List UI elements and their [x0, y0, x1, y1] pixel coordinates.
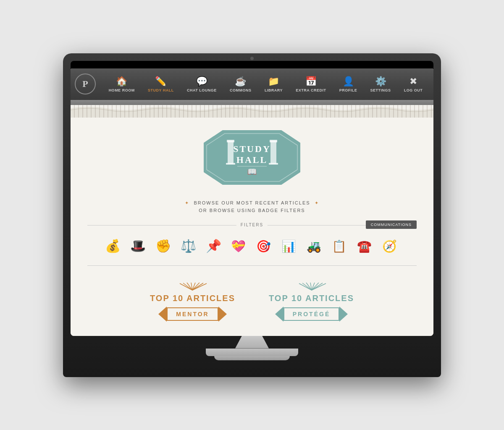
filter-icon-compass[interactable]: 🧭 — [381, 236, 400, 255]
mentor-role-banner: MENTOR — [150, 307, 235, 322]
nav-label-home-room: HOME ROOM — [109, 88, 135, 92]
filter-icon-style[interactable]: 🎩 — [129, 236, 148, 255]
nav-label-log-out: LOG OUT — [404, 88, 423, 92]
svg-rect-8 — [226, 163, 235, 165]
filters-section: FILTERS COMMUNICATIONS 💰 🎩 ✊ — [87, 225, 417, 266]
nav-item-chat-lounge[interactable]: 💬 CHAT LOUNGE — [184, 74, 220, 94]
svg-line-26 — [180, 283, 192, 290]
monitor-outer: P 🏠 HOME ROOM ✏️ STUDY HALL 💬 — [63, 53, 441, 377]
nav-item-log-out[interactable]: ✖ LOG OUT — [401, 74, 426, 94]
svg-text:📊: 📊 — [281, 239, 296, 253]
filter-icon-chart[interactable]: 📊 — [281, 236, 299, 255]
filter-icon-power[interactable]: ✊ — [155, 236, 173, 255]
mentor-arrow-left — [158, 307, 167, 322]
protege-role-label: PROTÉGÉ — [284, 307, 339, 321]
top-articles-section: TOP 10 ARTICLES MENTOR — [87, 278, 417, 322]
mentor-arrow-right — [218, 307, 227, 322]
logo-badge: P — [75, 73, 96, 94]
svg-rect-6 — [227, 140, 234, 142]
filter-icon-target[interactable]: 🎯 — [255, 236, 274, 255]
close-icon: ✖ — [410, 76, 417, 87]
svg-rect-7 — [270, 140, 277, 142]
logo-letter: P — [82, 79, 88, 89]
filter-icon-pin[interactable]: 📌 — [205, 236, 224, 255]
browse-line2: OR BROWSE USING BADGE FILTERS — [199, 208, 305, 213]
nav-item-settings[interactable]: ⚙️ SETTINGS — [367, 74, 394, 94]
protege-rays — [269, 283, 354, 292]
svg-text:📖: 📖 — [247, 167, 257, 176]
navbar: P 🏠 HOME ROOM ✏️ STUDY HALL 💬 — [71, 68, 433, 100]
nav-label-study-hall: STUDY HALL — [148, 88, 174, 92]
communications-badge: COMMUNICATIONS — [366, 220, 417, 229]
nav-item-commons[interactable]: ☕ COMMONS — [226, 74, 255, 94]
filter-icon-clipboard[interactable]: 📋 — [331, 236, 350, 255]
nav-item-study-hall[interactable]: ✏️ STUDY HALL — [144, 74, 177, 94]
deco-right: ✦ — [315, 200, 319, 205]
protege-top10-title: TOP 10 ARTICLES — [269, 294, 354, 303]
nav-items: 🏠 HOME ROOM ✏️ STUDY HALL 💬 CHAT LOUNGE — [102, 74, 429, 94]
protege-arrow-right — [339, 307, 348, 322]
mentor-section: TOP 10 ARTICLES MENTOR — [150, 283, 235, 322]
filter-icon-justice[interactable]: ⚖️ — [180, 236, 199, 255]
nav-label-commons: COMMONS — [230, 88, 252, 92]
nav-label-settings: SETTINGS — [370, 88, 391, 92]
pencil-icon: ✏️ — [155, 76, 166, 87]
monitor-wrapper: P 🏠 HOME ROOM ✏️ STUDY HALL 💬 — [63, 53, 441, 377]
nav-item-library[interactable]: 📁 LIBRARY — [261, 74, 286, 94]
nav-item-profile[interactable]: 👤 PROFILE — [336, 74, 361, 94]
svg-text:🎩: 🎩 — [130, 239, 146, 254]
protege-arrow-left — [275, 307, 284, 322]
protege-section: TOP 10 ARTICLES PROTÉGÉ — [269, 283, 354, 322]
stand-neck — [235, 336, 269, 349]
filter-icon-forklift[interactable]: 🚜 — [306, 236, 325, 255]
svg-text:🧭: 🧭 — [382, 239, 397, 253]
svg-text:🚜: 🚜 — [307, 239, 321, 253]
nav-label-chat-lounge: CHAT LOUNGE — [187, 88, 217, 92]
browse-line1: BROWSE OUR MOST RECENT ARTICLES — [194, 200, 310, 205]
stand-foot — [214, 356, 290, 360]
calendar-icon: 📅 — [305, 76, 317, 87]
screen: P 🏠 HOME ROOM ✏️ STUDY HALL 💬 — [71, 68, 433, 336]
camera-dot — [250, 57, 254, 60]
filter-icon-heart[interactable]: 💝 — [230, 236, 249, 255]
svg-line-34 — [299, 283, 312, 290]
mentor-top10-title: TOP 10 ARTICLES — [150, 294, 235, 303]
svg-text:💰: 💰 — [105, 239, 121, 254]
nav-label-extra-credit: EXTRA CREDIT — [296, 88, 326, 92]
study-hall-badge-container: STUDY HALL 📖 — [87, 126, 417, 191]
nav-banner — [71, 100, 433, 105]
nav-label-library: LIBRARY — [265, 88, 283, 92]
protege-role-banner: PROTÉGÉ — [269, 307, 354, 322]
coffee-icon: ☕ — [235, 76, 246, 87]
filter-icon-finance[interactable]: 💰 — [104, 236, 123, 255]
filter-icon-phone[interactable]: ☎️ — [356, 236, 375, 255]
gear-icon: ⚙️ — [375, 76, 386, 87]
monitor-stand — [71, 336, 433, 360]
mentor-rays — [150, 283, 235, 292]
svg-text:📌: 📌 — [206, 239, 222, 254]
home-icon: 🏠 — [116, 76, 127, 87]
wavy-border — [71, 105, 433, 118]
svg-text:☎️: ☎️ — [357, 239, 372, 253]
svg-text:✊: ✊ — [155, 239, 171, 254]
svg-text:🎯: 🎯 — [256, 239, 271, 253]
nav-item-home-room[interactable]: 🏠 HOME ROOM — [105, 74, 138, 94]
monitor-screen-bezel: P 🏠 HOME ROOM ✏️ STUDY HALL 💬 — [71, 61, 433, 336]
browse-subtitle: ✦ BROWSE OUR MOST RECENT ARTICLES ✦ OR B… — [87, 199, 417, 215]
svg-text:STUDY: STUDY — [233, 144, 271, 154]
stand-base — [206, 349, 298, 356]
study-hall-badge-svg: STUDY HALL 📖 — [197, 126, 307, 189]
main-content: STUDY HALL 📖 ✦ — [71, 118, 433, 336]
mentor-role-label: MENTOR — [167, 307, 218, 321]
svg-text:📋: 📋 — [332, 239, 346, 253]
nav-label-profile: PROFILE — [339, 88, 357, 92]
profile-icon: 👤 — [343, 76, 354, 87]
filters-label: FILTERS — [236, 223, 268, 227]
folder-icon: 📁 — [268, 76, 279, 87]
svg-text:⚖️: ⚖️ — [181, 239, 197, 254]
deco-left: ✦ — [185, 200, 189, 205]
svg-rect-4 — [228, 141, 234, 164]
nav-item-extra-credit[interactable]: 📅 EXTRA CREDIT — [292, 74, 329, 94]
svg-rect-9 — [269, 163, 278, 165]
filter-icons-row: 💰 🎩 ✊ ⚖️ 📌 — [87, 232, 417, 259]
